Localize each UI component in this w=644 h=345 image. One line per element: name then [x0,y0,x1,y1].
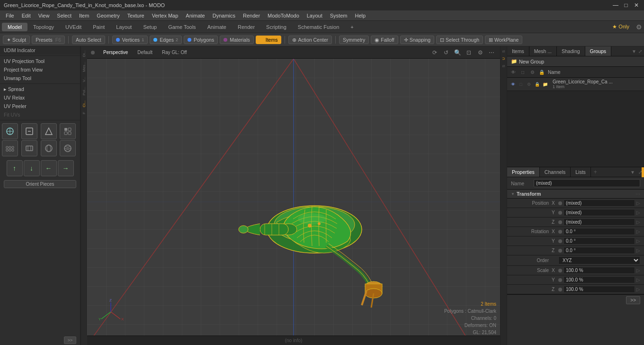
sidebar-item-unwrap-tool[interactable]: Unwrap Tool [0,74,80,82]
tab-render[interactable]: Render [232,23,260,31]
strip-label-pol[interactable]: Pol... [82,85,86,97]
menu-view[interactable]: View [35,12,54,19]
minimize-button[interactable]: — [612,2,619,9]
menu-dynamics[interactable]: Dynamics [209,12,239,19]
vp-icon-settings[interactable]: ⚙ [475,48,485,57]
snapping-button[interactable]: ✛ Snapping [400,36,434,44]
sidebar-item-project-from-view[interactable]: Project from View [0,65,80,74]
orient-pieces-button[interactable]: Orient Pieces [4,180,76,188]
col-icon-gear[interactable]: ⚙ [528,68,537,76]
prop-end-icon-rz[interactable]: ▷ [636,248,640,253]
prop-end-icon-px[interactable]: ▷ [636,200,640,206]
strip-label-u[interactable]: U [501,55,506,62]
symmetry-button[interactable]: Symmetry [339,36,369,44]
menu-file[interactable]: File [2,12,18,19]
close-button[interactable]: ✕ [633,2,640,9]
rp-btab-expand-icon[interactable]: ▼ [630,170,635,175]
rp-tab-groups[interactable]: Groups [585,46,611,56]
vp-icon-refresh[interactable]: ↺ [441,48,451,57]
prop-end-icon-py[interactable]: ▷ [636,210,640,215]
strip-label-v[interactable]: V... [82,75,86,84]
prop-end-icon-sy[interactable]: ▷ [636,277,640,282]
tab-settings-icon[interactable]: ⚙ [636,23,642,31]
item-icon-gear[interactable]: ⚙ [525,81,533,88]
prop-input-sx[interactable] [564,267,635,274]
sidebar-item-uv-projection[interactable]: UV Projection Tool [0,57,80,65]
menu-animate[interactable]: Animate [182,12,208,19]
menu-texture[interactable]: Texture [124,12,148,19]
prop-section-options-icon[interactable]: ⋯ [635,191,640,197]
prop-input-sz[interactable] [564,286,635,293]
menu-render[interactable]: Render [239,12,264,19]
strip-label-f[interactable]: F [82,110,86,116]
item-icon-folder[interactable]: 📁 [541,81,549,88]
presets-button[interactable]: Presets F6 [32,36,65,44]
prop-end-icon-ry[interactable]: ▷ [636,238,640,244]
tab-gametools[interactable]: Game Tools [162,23,202,31]
expand-sidebar-button[interactable]: >> [64,336,76,344]
tool-icon-8[interactable] [60,140,76,156]
strip-label-di[interactable]: Di... [82,48,86,59]
materials-button[interactable]: Materials [220,36,254,44]
col-icon-eye[interactable]: 👁 [509,68,518,76]
menu-modomodo[interactable]: ModoToModo [264,12,303,19]
workplane-button[interactable]: ⊞ WorkPlane [485,36,522,44]
tool-icon-2[interactable] [21,123,37,139]
edges-button[interactable]: Edges 2 [150,36,182,44]
prop-end-icon-sz[interactable]: ▷ [636,287,640,292]
col-icon-lock[interactable]: 🔒 [537,68,546,76]
tool-icon-5[interactable] [2,140,18,156]
tool-icon-1[interactable] [2,123,18,139]
rp-name-input[interactable] [534,179,640,187]
rp-btab-lists[interactable]: Lists [571,167,591,177]
vertices-button[interactable]: Vertices 1 [112,36,148,44]
rp-btab-properties[interactable]: Properties [507,167,540,177]
vp-icon-fit[interactable]: ⊡ [464,48,474,57]
arrow-right-icon[interactable]: → [58,160,74,176]
item-icon-eye[interactable]: 👁 [509,81,517,88]
prop-input-py[interactable] [564,209,635,216]
vp-icon-more[interactable]: ⋯ [487,48,496,57]
viewport-raygl-btn[interactable]: Ray GL: Off [159,49,190,56]
prop-input-rx[interactable] [564,228,635,235]
tool-icon-7[interactable] [41,140,57,156]
prop-end-icon-rx[interactable]: ▷ [636,229,640,234]
tool-icon-3[interactable] [41,123,57,139]
vp-icon-rotate[interactable]: ⟳ [430,48,439,57]
prop-dropdown-order[interactable]: XYZ XZY YXZ YZX ZXY ZYX [558,256,640,264]
prop-end-icon-sx[interactable]: ▷ [636,268,640,273]
tab-uvedit[interactable]: UVEdit [60,23,87,31]
sidebar-item-uv-relax[interactable]: UV Relax [0,93,80,102]
prop-end-icon-pz[interactable]: ▷ [636,219,640,225]
falloff-button[interactable]: ◉ Falloff [371,36,398,44]
prop-section-transform-header[interactable]: ▼ Transform ⋯ [507,190,644,199]
prop-input-ry[interactable] [564,237,635,245]
tab-scripting[interactable]: Scripting [260,23,292,31]
tab-setup[interactable]: Setup [137,23,162,31]
select-through-button[interactable]: ⊡ Select Through [436,36,483,44]
auto-select-button[interactable]: Auto Select [72,36,105,44]
polygons-button[interactable]: Polygons [184,36,218,44]
items-button[interactable]: Items [256,36,282,44]
menu-item[interactable]: Item [75,12,93,19]
menu-help[interactable]: Help [351,12,369,19]
rp-tab-shading[interactable]: Shading [557,46,585,56]
strip-label-s2[interactable]: S [501,63,506,69]
item-icon-lock[interactable]: 🔒 [533,81,541,88]
sidebar-item-spread[interactable]: ▸ Spread [0,85,80,93]
viewport-default-btn[interactable]: Default [134,49,155,56]
prop-input-pz[interactable] [564,218,635,226]
rp-maximize-icon[interactable]: ⤢ [638,49,642,54]
col-icon-box[interactable]: □ [519,68,527,76]
prop-input-rz[interactable] [564,247,635,254]
viewport-canvas[interactable]: X Y Z 2 Items Polygons : Catmull-Clark C… [87,59,500,345]
prop-input-px[interactable] [564,200,635,207]
maximize-button[interactable]: □ [622,2,630,9]
apply-button[interactable]: >> [626,296,640,304]
sidebar-item-uv-peeler[interactable]: UV Peeler [0,102,80,110]
tab-model[interactable]: Model [2,23,27,31]
tab-schematic[interactable]: Schematic Fusion [292,23,345,31]
rp-item-row[interactable]: 👁 □ ⚙ 🔒 📁 Green_Licorice_Rope_Ca ... 1 I… [507,78,644,91]
rp-tab-items[interactable]: Items [507,46,529,56]
tab-layout[interactable]: Layout [110,23,137,31]
